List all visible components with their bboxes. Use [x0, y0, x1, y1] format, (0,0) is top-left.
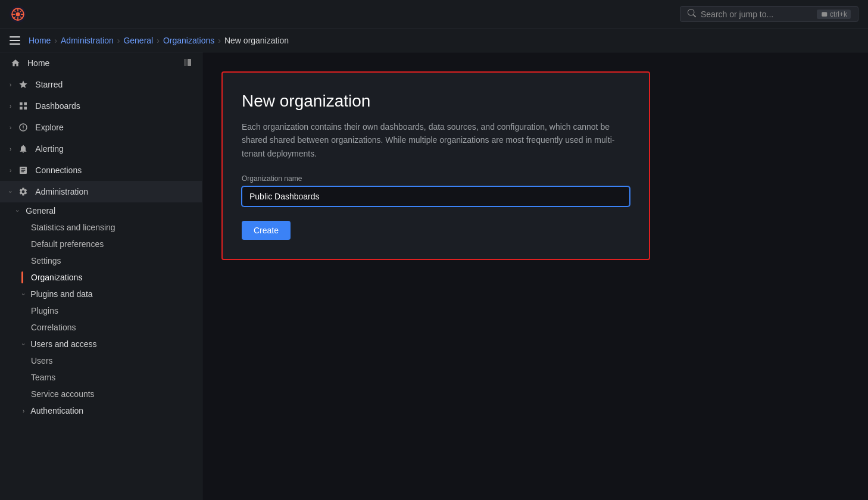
- create-button[interactable]: Create: [242, 221, 291, 240]
- search-placeholder: Search or jump to...: [701, 10, 812, 19]
- sidebar-item-connections[interactable]: › Connections: [0, 160, 202, 181]
- breadcrumb-admin[interactable]: Administration: [61, 36, 114, 45]
- org-name-input[interactable]: [242, 186, 630, 207]
- page-title: New organization: [242, 92, 630, 111]
- hamburger-menu[interactable]: [10, 36, 20, 45]
- breadcrumb-organizations[interactable]: Organizations: [163, 36, 214, 45]
- breadcrumb-sep-2: ›: [117, 36, 120, 45]
- sidebar-item-explore[interactable]: › Explore: [0, 117, 202, 138]
- organizations-label: Organizations: [31, 273, 82, 282]
- svg-rect-16: [24, 107, 27, 110]
- home-label: Home: [27, 58, 177, 68]
- users-section-chevron: ›: [20, 343, 27, 345]
- stats-label: Statistics and licensing: [31, 223, 115, 232]
- svg-rect-15: [20, 107, 23, 110]
- breadcrumb-bar: Home › Administration › General › Organi…: [0, 29, 868, 52]
- service-accounts-label: Service accounts: [31, 389, 95, 399]
- search-icon: [688, 9, 696, 19]
- sidebar-sub-teams[interactable]: Teams: [0, 369, 202, 386]
- main-content: New organization Each organization conta…: [202, 52, 868, 500]
- svg-rect-14: [24, 102, 27, 105]
- home-icon: [10, 57, 21, 69]
- breadcrumb-sep-4: ›: [218, 36, 221, 45]
- users-section-label: Users and access: [30, 339, 96, 349]
- administration-chevron: ›: [7, 190, 14, 192]
- teams-label: Teams: [31, 373, 55, 382]
- dashboards-icon: [17, 100, 29, 112]
- sidebar: Home › Starred › Dashboards ›: [0, 52, 202, 500]
- connections-label: Connections: [35, 165, 192, 175]
- alerting-label: Alerting: [35, 144, 192, 154]
- sidebar-sub-service-accounts[interactable]: Service accounts: [0, 386, 202, 402]
- settings-label: Settings: [31, 256, 61, 265]
- starred-label: Starred: [35, 80, 192, 89]
- breadcrumb-general[interactable]: General: [123, 36, 153, 45]
- correlations-label: Correlations: [31, 323, 76, 332]
- sidebar-sub-settings[interactable]: Settings: [0, 252, 202, 269]
- dashboards-label: Dashboards: [35, 101, 192, 111]
- svg-rect-12: [188, 59, 191, 66]
- starred-chevron: ›: [10, 82, 11, 88]
- breadcrumb-home[interactable]: Home: [29, 36, 51, 45]
- search-bar[interactable]: Search or jump to... ctrl+k: [680, 6, 858, 22]
- sidebar-sub-prefs[interactable]: Default preferences: [0, 236, 202, 252]
- toggle-sidebar-icon[interactable]: [183, 58, 192, 69]
- svg-rect-11: [184, 59, 187, 66]
- sidebar-item-dashboards[interactable]: › Dashboards: [0, 95, 202, 117]
- alerting-chevron: ›: [10, 146, 11, 152]
- plugins-section-label: Plugins and data: [30, 289, 92, 299]
- general-section-label: General: [26, 206, 55, 215]
- sidebar-item-administration[interactable]: › Administration: [0, 181, 202, 202]
- dashboards-chevron: ›: [10, 103, 11, 110]
- plugins-section-chevron: ›: [20, 293, 27, 295]
- sidebar-item-home[interactable]: Home: [0, 52, 202, 74]
- general-section-chevron: ›: [14, 210, 21, 211]
- sidebar-section-users[interactable]: › Users and access: [0, 336, 202, 352]
- search-shortcut: ctrl+k: [817, 10, 851, 19]
- prefs-label: Default preferences: [31, 239, 104, 249]
- connections-icon: [17, 164, 29, 176]
- breadcrumb-sep-3: ›: [157, 36, 160, 45]
- explore-icon: [17, 121, 29, 133]
- sidebar-item-alerting[interactable]: › Alerting: [0, 138, 202, 160]
- administration-icon: [17, 186, 29, 198]
- administration-label: Administration: [35, 187, 192, 196]
- sidebar-section-general[interactable]: › General: [0, 202, 202, 219]
- connections-chevron: ›: [10, 167, 11, 174]
- alerting-icon: [17, 143, 29, 155]
- new-org-card: New organization Each organization conta…: [221, 71, 650, 260]
- sidebar-section-plugins[interactable]: › Plugins and data: [0, 286, 202, 302]
- grafana-logo[interactable]: [10, 6, 26, 23]
- sidebar-item-starred[interactable]: › Starred: [0, 74, 202, 95]
- explore-chevron: ›: [10, 124, 11, 131]
- org-name-label: Organization name: [242, 174, 630, 183]
- star-icon: [17, 79, 29, 90]
- breadcrumb-current: New organization: [224, 36, 289, 45]
- svg-rect-13: [20, 102, 23, 105]
- topnav: Search or jump to... ctrl+k: [0, 0, 868, 29]
- users-label: Users: [31, 356, 53, 365]
- auth-section-chevron: ›: [23, 408, 24, 414]
- sidebar-sub-organizations[interactable]: Organizations: [0, 269, 202, 286]
- sidebar-sub-plugins[interactable]: Plugins: [0, 302, 202, 319]
- svg-point-2: [16, 12, 20, 16]
- plugins-label: Plugins: [31, 306, 58, 315]
- sidebar-section-auth[interactable]: › Authentication: [0, 402, 202, 419]
- sidebar-sub-correlations[interactable]: Correlations: [0, 319, 202, 336]
- org-description: Each organization contains their own das…: [242, 120, 630, 160]
- sidebar-sub-users[interactable]: Users: [0, 352, 202, 369]
- sidebar-sub-stats[interactable]: Statistics and licensing: [0, 219, 202, 236]
- explore-label: Explore: [35, 123, 192, 132]
- auth-section-label: Authentication: [30, 406, 83, 415]
- breadcrumb-sep-1: ›: [54, 36, 57, 45]
